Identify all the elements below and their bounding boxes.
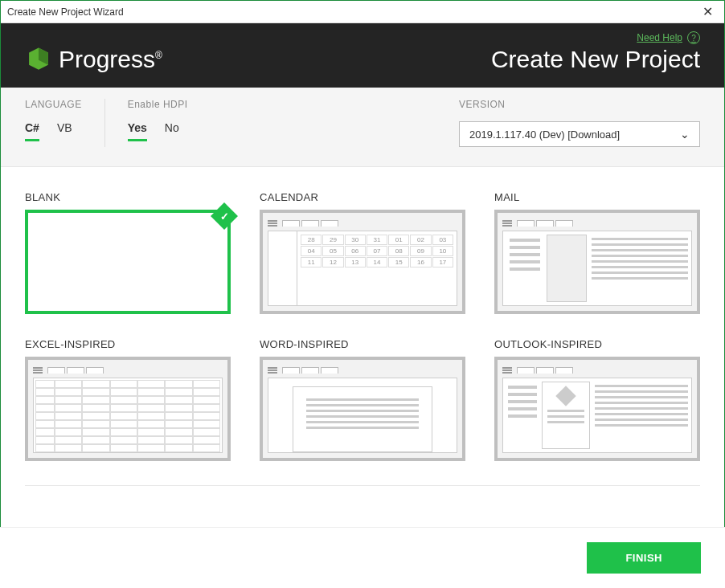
help-link-text: Need Help [637,32,682,43]
hamburger-icon [502,220,512,227]
language-label: LANGUAGE [25,99,82,110]
template-blank[interactable]: BLANK [25,191,231,314]
language-tab-vb[interactable]: VB [57,121,72,141]
hamburger-icon [33,367,43,374]
version-group: VERSION 2019.1.117.40 (Dev) [Download] ⌄ [459,99,700,147]
template-label: CALENDAR [260,191,465,203]
template-preview [260,357,465,461]
footer: FINISH [0,527,725,588]
window-titlebar: Create New Project Wizard ✕ [1,1,724,23]
version-value: 2019.1.117.40 (Dev) [Download] [469,129,620,141]
template-outlook[interactable]: OUTLOOK-INSPIRED [494,338,700,461]
header: Need Help ? Progress® Create New Project [1,23,724,88]
hdpi-tab-no[interactable]: No [165,121,179,141]
brand-text: Progress® [59,46,162,73]
hdpi-label: Enable HDPI [128,99,188,110]
template-preview [25,210,231,314]
template-label: OUTLOOK-INSPIRED [494,338,700,350]
chevron-down-icon: ⌄ [680,128,690,141]
templates-grid: BLANK CALENDAR 2829303101020304050607080… [1,167,724,485]
progress-icon [25,46,52,73]
language-tab-csharp[interactable]: C# [25,121,39,141]
template-preview [494,357,700,461]
template-label: MAIL [494,191,700,203]
version-select[interactable]: 2019.1.117.40 (Dev) [Download] ⌄ [459,121,700,147]
help-icon: ? [687,31,700,44]
hdpi-tab-yes[interactable]: Yes [128,121,147,141]
check-icon [211,202,238,230]
close-icon[interactable]: ✕ [698,4,718,19]
window-title: Create New Project Wizard [7,6,124,18]
divider [25,485,700,486]
template-label: EXCEL-INSPIRED [25,338,231,350]
template-word[interactable]: WORD-INSPIRED [260,338,465,461]
template-calendar[interactable]: CALENDAR 2829303101020304050607080910111… [260,191,465,314]
template-preview [25,357,231,461]
template-mail[interactable]: MAIL [494,191,700,314]
help-link[interactable]: Need Help ? [637,31,700,44]
options-bar: LANGUAGE C# VB Enable HDPI Yes No VERSIO… [1,88,724,167]
divider [104,99,105,147]
template-preview [494,210,700,314]
version-label: VERSION [459,99,700,110]
page-title: Create New Project [491,46,700,73]
finish-button[interactable]: FINISH [587,542,701,574]
hdpi-group: Enable HDPI Yes No [128,99,188,141]
brand-logo: Progress® [25,46,162,73]
template-excel[interactable]: EXCEL-INSPIRED [25,338,231,461]
language-group: LANGUAGE C# VB [25,99,82,141]
hamburger-icon [502,367,512,374]
hamburger-icon [268,367,277,374]
hamburger-icon [268,220,277,227]
template-preview: 2829303101020304050607080910111213141516… [260,210,465,314]
template-label: WORD-INSPIRED [260,338,465,350]
template-label: BLANK [25,191,231,203]
